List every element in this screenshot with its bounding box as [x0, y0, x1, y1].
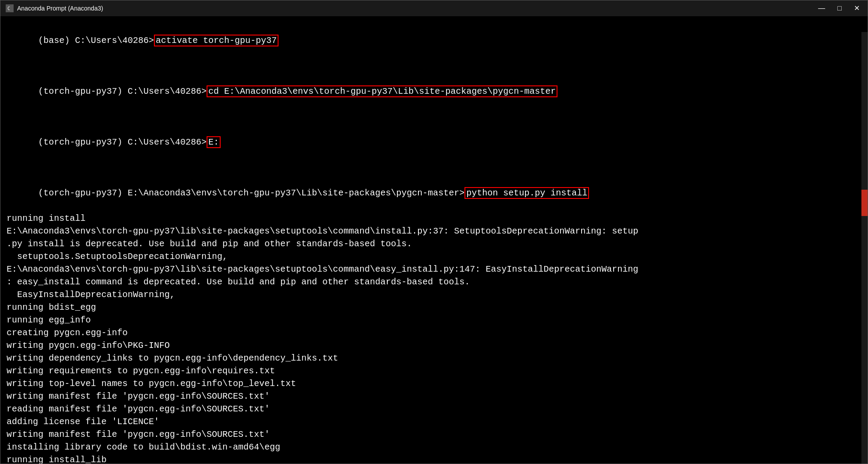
cmd-highlight-4: python setup.py install: [464, 187, 589, 199]
terminal-line-8: running install: [7, 212, 861, 225]
terminal-line-15: running bdist_egg: [7, 301, 861, 314]
terminal-body: (base) C:\Users\40286>activate torch-gpu…: [0, 16, 868, 464]
prompt-2: (torch-gpu-py37) C:\Users\40286>: [38, 86, 207, 96]
terminal-line-12: E:\Anaconda3\envs\torch-gpu-py37\lib\sit…: [7, 263, 861, 276]
blank-1: [7, 60, 861, 72]
title-bar-left: C Anaconda Prompt (Anaconda3): [6, 4, 103, 12]
terminal-line-19: writing dependency_links to pygcn.egg-in…: [7, 352, 861, 365]
title-bar-controls: — □ ✕: [815, 4, 862, 13]
terminal-line-9: E:\Anaconda3\envs\torch-gpu-py37\lib\sit…: [7, 225, 861, 237]
terminal-line-17: creating pygcn.egg-info: [7, 326, 861, 339]
scrollbar[interactable]: [861, 32, 868, 464]
terminal-line-25: writing manifest file 'pygcn.egg-info\SO…: [7, 428, 861, 441]
terminal-line-24: adding license file 'LICENCE': [7, 415, 861, 428]
window: C Anaconda Prompt (Anaconda3) — □ ✕ (bas…: [0, 0, 868, 464]
terminal-line-14: EasyInstallDeprecationWarning,: [7, 288, 861, 301]
blank-2: [7, 110, 861, 123]
terminal-line-27: running install_lib: [7, 453, 861, 464]
terminal-line-20: writing requirements to pygcn.egg-info\r…: [7, 365, 861, 377]
blank-3: [7, 161, 861, 174]
cmd-highlight-1: activate torch-gpu-py37: [154, 35, 279, 46]
terminal-icon: C: [6, 4, 14, 12]
cmd-highlight-2: cd E:\Anaconda3\envs\torch-gpu-py37\Lib\…: [207, 85, 557, 97]
terminal-line-21: writing top-level names to pygcn.egg-inf…: [7, 377, 861, 390]
terminal-line-18: writing pygcn.egg-info\PKG-INFO: [7, 339, 861, 352]
terminal-line-13: : easy_install command is deprecated. Us…: [7, 276, 861, 288]
terminal-line-5: (torch-gpu-py37) C:\Users\40286>E:: [7, 123, 861, 161]
minimize-button[interactable]: —: [815, 4, 828, 13]
title-bar: C Anaconda Prompt (Anaconda3) — □ ✕: [0, 0, 868, 16]
terminal-line-16: running egg_info: [7, 314, 861, 326]
terminal-line-22: writing manifest file 'pygcn.egg-info\SO…: [7, 390, 861, 403]
terminal-line-3: (torch-gpu-py37) C:\Users\40286>cd E:\An…: [7, 72, 861, 110]
terminal-line-23: reading manifest file 'pygcn.egg-info\SO…: [7, 403, 861, 415]
close-button[interactable]: ✕: [851, 4, 862, 13]
terminal-line-10: .py install is deprecated. Use build and…: [7, 237, 861, 250]
maximize-button[interactable]: □: [835, 4, 844, 13]
window-title: Anaconda Prompt (Anaconda3): [17, 5, 103, 12]
terminal-line-26: installing library code to build\bdist.w…: [7, 441, 861, 453]
prompt-1: (base) C:\Users\40286>: [38, 35, 154, 46]
terminal-line-1: (base) C:\Users\40286>activate torch-gpu…: [7, 21, 861, 60]
cmd-highlight-3: E:: [207, 136, 221, 148]
terminal-line-11: setuptools.SetuptoolsDeprecationWarning,: [7, 250, 861, 263]
terminal-line-7: (torch-gpu-py37) E:\Anaconda3\envs\torch…: [7, 174, 861, 212]
prompt-3: (torch-gpu-py37) C:\Users\40286>: [38, 137, 207, 147]
scrollbar-thumb[interactable]: [861, 190, 868, 216]
prompt-4: (torch-gpu-py37) E:\Anaconda3\envs\torch…: [38, 188, 464, 198]
svg-text:C: C: [7, 6, 10, 11]
